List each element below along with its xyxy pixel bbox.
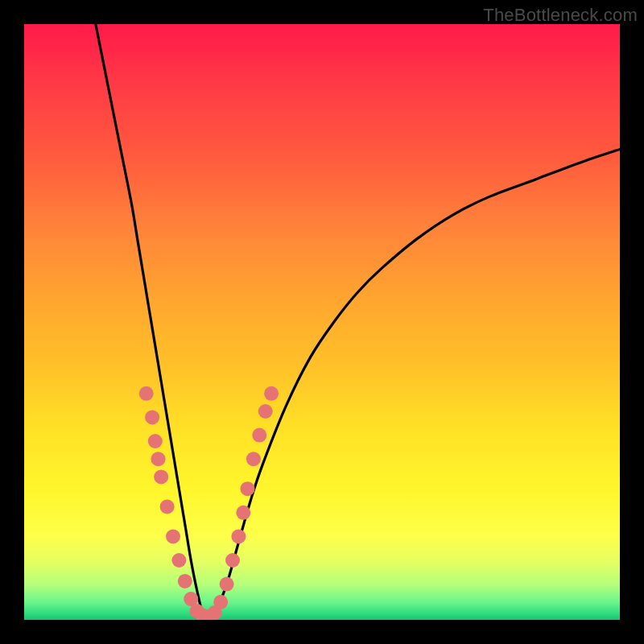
chart-dot — [236, 506, 250, 520]
chart-svg — [24, 24, 620, 620]
chart-dot — [166, 529, 180, 543]
chart-dot — [213, 595, 228, 609]
chart-dot — [246, 452, 261, 466]
chart-dot — [258, 404, 273, 419]
chart-frame: TheBottleneck.com — [0, 0, 644, 644]
chart-dot — [145, 410, 159, 424]
chart-dot — [225, 553, 240, 568]
chart-dot — [171, 553, 186, 568]
chart-dot — [139, 386, 154, 401]
watermark-text: TheBottleneck.com — [483, 5, 638, 26]
chart-plot-area — [24, 24, 620, 620]
chart-dot — [252, 428, 266, 443]
chart-dot — [148, 434, 163, 448]
chart-dot — [264, 386, 279, 401]
chart-dot — [231, 529, 246, 543]
chart-dot — [241, 481, 255, 496]
chart-dot — [151, 452, 166, 466]
chart-dots — [139, 386, 279, 620]
chart-dot — [178, 574, 192, 588]
chart-dot — [154, 469, 168, 484]
chart-dot — [160, 499, 175, 514]
chart-dot — [220, 577, 234, 592]
